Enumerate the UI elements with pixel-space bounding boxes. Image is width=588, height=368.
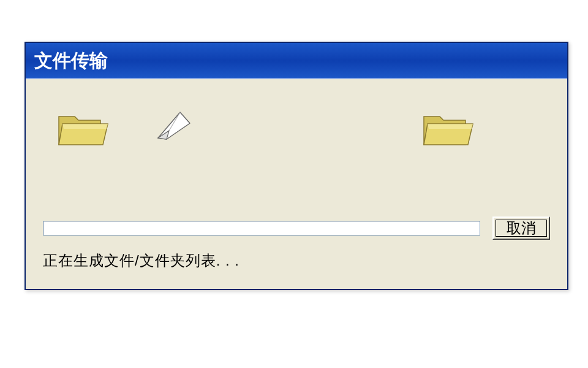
cancel-button[interactable]: 取消 bbox=[492, 217, 550, 240]
transfer-icon-row bbox=[43, 94, 550, 161]
progress-bar bbox=[43, 221, 480, 236]
dialog-content: 取消 正在生成文件/文件夹列表. . . bbox=[26, 79, 567, 289]
titlebar[interactable]: 文件传输 bbox=[26, 43, 567, 79]
progress-row: 取消 bbox=[43, 217, 550, 240]
destination-folder-icon bbox=[421, 105, 477, 150]
flying-paper-icon bbox=[154, 110, 194, 145]
source-folder-icon bbox=[56, 105, 111, 150]
window-title: 文件传输 bbox=[34, 48, 108, 74]
file-transfer-dialog: 文件传输 bbox=[24, 42, 568, 290]
status-text: 正在生成文件/文件夹列表. . . bbox=[43, 251, 550, 270]
